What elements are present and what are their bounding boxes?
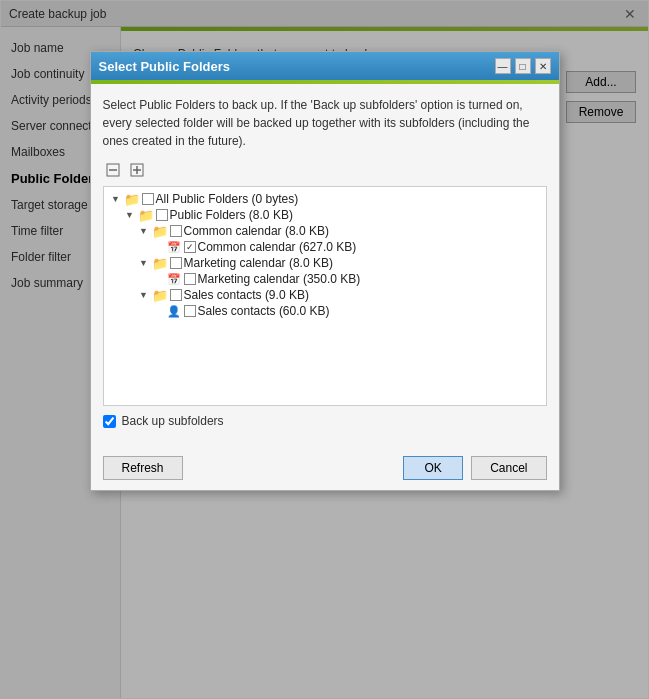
select-public-folders-modal: Select Public Folders — □ ✕ Select Publi… (90, 51, 560, 491)
expand-common-calendar-folder[interactable]: ▼ (138, 225, 150, 237)
ok-button[interactable]: OK (403, 456, 463, 480)
expand-icon (130, 163, 144, 177)
contact-icon-sales: 👤 (166, 304, 182, 318)
tree-node-sales-contacts[interactable]: 👤 Sales contacts (60.0 KB) (108, 303, 542, 319)
modal-titlebar: Select Public Folders — □ ✕ (91, 52, 559, 80)
label-public-folders: Public Folders (8.0 KB) (170, 208, 293, 222)
label-common-calendar-folder: Common calendar (8.0 KB) (184, 224, 329, 238)
modal-close-button[interactable]: ✕ (535, 58, 551, 74)
expand-public-folders[interactable]: ▼ (124, 209, 136, 221)
tree-node-sales-contacts-folder[interactable]: ▼ 📁 Sales contacts (9.0 KB) (108, 287, 542, 303)
modal-footer-right: OK Cancel (403, 456, 546, 480)
folder-icon-sales-contacts: 📁 (152, 288, 168, 302)
tree-node-common-calendar[interactable]: 📅 ✓ Common calendar (627.0 KB) (108, 239, 542, 255)
expand-all-public-folders[interactable]: ▼ (110, 193, 122, 205)
checkbox-public-folders[interactable] (156, 209, 168, 221)
checkbox-sales-contacts-folder[interactable] (170, 289, 182, 301)
modal-controls: — □ ✕ (495, 58, 551, 74)
checkbox-common-calendar[interactable]: ✓ (184, 241, 196, 253)
label-marketing-calendar: Marketing calendar (350.0 KB) (198, 272, 361, 286)
checkbox-common-calendar-folder[interactable] (170, 225, 182, 237)
folder-tree[interactable]: ▼ 📁 All Public Folders (0 bytes) ▼ 📁 Pub… (103, 186, 547, 406)
calendar-icon-marketing: 📅 (166, 272, 182, 286)
backup-subfolders-checkbox[interactable] (103, 415, 116, 428)
modal-minimize-button[interactable]: — (495, 58, 511, 74)
backup-subfolders-label[interactable]: Back up subfolders (122, 414, 224, 428)
calendar-icon-common: 📅 (166, 240, 182, 254)
checkbox-marketing-calendar-folder[interactable] (170, 257, 182, 269)
label-marketing-calendar-folder: Marketing calendar (8.0 KB) (184, 256, 333, 270)
main-window: Create backup job ✕ Job name Job continu… (0, 0, 649, 699)
expand-sales-contacts (152, 305, 164, 317)
checkbox-sales-contacts[interactable] (184, 305, 196, 317)
collapse-all-button[interactable] (103, 160, 123, 180)
folder-icon-marketing-calendar: 📁 (152, 256, 168, 270)
checkbox-all-public-folders[interactable] (142, 193, 154, 205)
backup-subfolders-section: Back up subfolders (103, 414, 547, 428)
tree-node-marketing-calendar-folder[interactable]: ▼ 📁 Marketing calendar (8.0 KB) (108, 255, 542, 271)
label-all-public-folders: All Public Folders (0 bytes) (156, 192, 299, 206)
modal-body: Select Public Folders to back up. If the… (91, 84, 559, 450)
modal-toolbar (103, 160, 547, 180)
expand-all-button[interactable] (127, 160, 147, 180)
modal-overlay: Select Public Folders — □ ✕ Select Publi… (1, 1, 648, 698)
label-common-calendar: Common calendar (627.0 KB) (198, 240, 357, 254)
tree-node-public-folders[interactable]: ▼ 📁 Public Folders (8.0 KB) (108, 207, 542, 223)
expand-sales-contacts-folder[interactable]: ▼ (138, 289, 150, 301)
refresh-button[interactable]: Refresh (103, 456, 183, 480)
modal-maximize-button[interactable]: □ (515, 58, 531, 74)
tree-node-marketing-calendar[interactable]: 📅 Marketing calendar (350.0 KB) (108, 271, 542, 287)
checkbox-marketing-calendar[interactable] (184, 273, 196, 285)
expand-common-calendar (152, 241, 164, 253)
cancel-button[interactable]: Cancel (471, 456, 546, 480)
collapse-icon (106, 163, 120, 177)
expand-marketing-calendar (152, 273, 164, 285)
tree-node-all-public-folders[interactable]: ▼ 📁 All Public Folders (0 bytes) (108, 191, 542, 207)
modal-description: Select Public Folders to back up. If the… (103, 96, 547, 150)
label-sales-contacts-folder: Sales contacts (9.0 KB) (184, 288, 309, 302)
modal-footer-left: Refresh (103, 456, 183, 480)
modal-title: Select Public Folders (99, 59, 231, 74)
label-sales-contacts: Sales contacts (60.0 KB) (198, 304, 330, 318)
folder-icon-public: 📁 (138, 208, 154, 222)
modal-footer: Refresh OK Cancel (91, 450, 559, 490)
folder-icon-common-calendar: 📁 (152, 224, 168, 238)
tree-node-common-calendar-folder[interactable]: ▼ 📁 Common calendar (8.0 KB) (108, 223, 542, 239)
expand-marketing-calendar-folder[interactable]: ▼ (138, 257, 150, 269)
folder-icon-all-public: 📁 (124, 192, 140, 206)
